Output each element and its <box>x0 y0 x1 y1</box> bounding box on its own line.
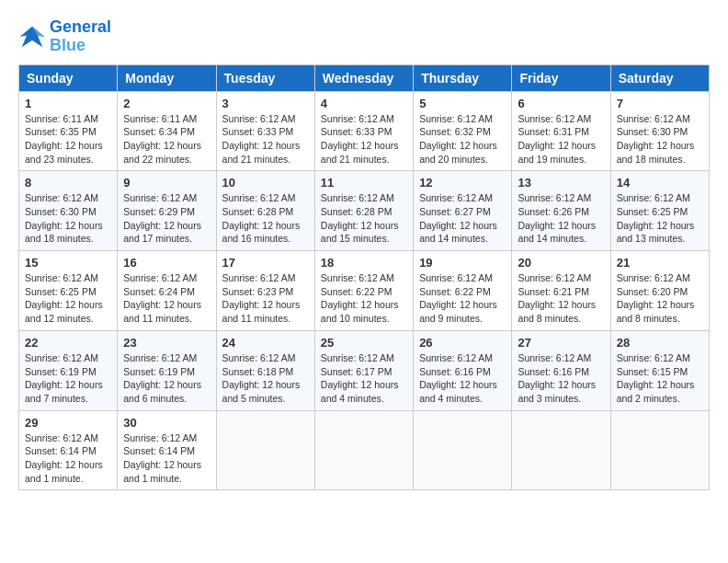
day-number: 2 <box>123 97 210 110</box>
calendar-cell: 4 Sunrise: 6:12 AM Sunset: 6:33 PM Dayli… <box>314 91 413 171</box>
sunrise-label: Sunrise: 6:12 AM <box>617 352 690 363</box>
day-info: Sunrise: 6:12 AM Sunset: 6:23 PM Dayligh… <box>222 271 309 326</box>
day-header-friday: Friday <box>512 64 610 91</box>
day-header-thursday: Thursday <box>414 64 512 91</box>
daylight-label: Daylight: 12 hours and 14 minutes. <box>518 220 596 245</box>
daylight-label: Daylight: 12 hours and 17 minutes. <box>123 220 201 245</box>
day-number: 25 <box>321 336 407 350</box>
sunrise-label: Sunrise: 6:12 AM <box>518 113 591 124</box>
daylight-label: Daylight: 12 hours and 10 minutes. <box>321 299 399 324</box>
day-number: 23 <box>123 336 210 350</box>
sunset-label: Sunset: 6:14 PM <box>123 445 195 456</box>
calendar-cell: 20 Sunrise: 6:12 AM Sunset: 6:21 PM Dayl… <box>512 251 610 331</box>
sunrise-label: Sunrise: 6:12 AM <box>419 192 493 203</box>
calendar-cell: 28 Sunrise: 6:12 AM Sunset: 6:15 PM Dayl… <box>610 330 709 410</box>
day-number: 16 <box>123 256 210 270</box>
sunset-label: Sunset: 6:14 PM <box>25 445 97 456</box>
calendar-table: SundayMondayTuesdayWednesdayThursdayFrid… <box>18 64 710 491</box>
daylight-label: Daylight: 12 hours and 18 minutes. <box>25 220 103 245</box>
day-info: Sunrise: 6:12 AM Sunset: 6:19 PM Dayligh… <box>25 351 111 406</box>
day-header-monday: Monday <box>118 64 216 91</box>
daylight-label: Daylight: 12 hours and 14 minutes. <box>419 220 497 245</box>
calendar-cell: 17 Sunrise: 6:12 AM Sunset: 6:23 PM Dayl… <box>216 251 314 331</box>
calendar-cell: 15 Sunrise: 6:12 AM Sunset: 6:25 PM Dayl… <box>19 251 118 331</box>
day-info: Sunrise: 6:11 AM Sunset: 6:35 PM Dayligh… <box>25 112 111 167</box>
day-number: 1 <box>25 97 111 110</box>
day-info: Sunrise: 6:12 AM Sunset: 6:14 PM Dayligh… <box>25 431 111 486</box>
day-number: 24 <box>222 336 309 350</box>
sunrise-label: Sunrise: 6:12 AM <box>617 113 690 124</box>
day-number: 12 <box>419 176 506 190</box>
calendar-cell: 3 Sunrise: 6:12 AM Sunset: 6:33 PM Dayli… <box>216 91 314 171</box>
sunset-label: Sunset: 6:24 PM <box>123 286 195 297</box>
calendar-week-4: 22 Sunrise: 6:12 AM Sunset: 6:19 PM Dayl… <box>19 330 710 410</box>
calendar-cell: 7 Sunrise: 6:12 AM Sunset: 6:30 PM Dayli… <box>610 91 709 171</box>
daylight-label: Daylight: 12 hours and 21 minutes. <box>321 140 399 165</box>
sunrise-label: Sunrise: 6:11 AM <box>123 113 197 124</box>
calendar-cell: 23 Sunrise: 6:12 AM Sunset: 6:19 PM Dayl… <box>118 330 216 410</box>
day-info: Sunrise: 6:12 AM Sunset: 6:15 PM Dayligh… <box>617 351 703 406</box>
sunset-label: Sunset: 6:19 PM <box>25 366 97 377</box>
day-number: 10 <box>222 176 309 190</box>
day-info: Sunrise: 6:11 AM Sunset: 6:34 PM Dayligh… <box>123 112 210 167</box>
calendar-cell: 26 Sunrise: 6:12 AM Sunset: 6:16 PM Dayl… <box>414 330 512 410</box>
daylight-label: Daylight: 12 hours and 13 minutes. <box>617 220 695 245</box>
daylight-label: Daylight: 12 hours and 15 minutes. <box>321 220 399 245</box>
daylight-label: Daylight: 12 hours and 20 minutes. <box>419 140 497 165</box>
sunset-label: Sunset: 6:29 PM <box>123 206 195 217</box>
day-info: Sunrise: 6:12 AM Sunset: 6:29 PM Dayligh… <box>123 191 210 246</box>
calendar-cell: 2 Sunrise: 6:11 AM Sunset: 6:34 PM Dayli… <box>118 91 216 171</box>
sunset-label: Sunset: 6:33 PM <box>222 126 294 137</box>
day-number: 9 <box>123 176 210 190</box>
day-number: 5 <box>419 97 506 110</box>
day-info: Sunrise: 6:12 AM Sunset: 6:18 PM Dayligh… <box>222 351 309 406</box>
day-header-sunday: Sunday <box>19 64 118 91</box>
daylight-label: Daylight: 12 hours and 18 minutes. <box>617 140 695 165</box>
day-info: Sunrise: 6:12 AM Sunset: 6:22 PM Dayligh… <box>321 271 407 326</box>
calendar-cell: 12 Sunrise: 6:12 AM Sunset: 6:27 PM Dayl… <box>414 171 512 251</box>
sunset-label: Sunset: 6:15 PM <box>617 366 688 377</box>
sunset-label: Sunset: 6:34 PM <box>123 126 195 137</box>
day-number: 29 <box>25 416 111 430</box>
calendar-cell: 10 Sunrise: 6:12 AM Sunset: 6:28 PM Dayl… <box>216 171 314 251</box>
day-info: Sunrise: 6:12 AM Sunset: 6:19 PM Dayligh… <box>123 351 210 406</box>
daylight-label: Daylight: 12 hours and 3 minutes. <box>518 379 596 404</box>
calendar-week-3: 15 Sunrise: 6:12 AM Sunset: 6:25 PM Dayl… <box>19 251 710 331</box>
sunset-label: Sunset: 6:33 PM <box>321 126 392 137</box>
svg-marker-0 <box>20 27 45 48</box>
sunset-label: Sunset: 6:18 PM <box>222 366 294 377</box>
calendar-cell <box>610 410 709 490</box>
sunrise-label: Sunrise: 6:12 AM <box>25 352 98 363</box>
day-number: 17 <box>222 256 309 270</box>
sunset-label: Sunset: 6:32 PM <box>419 126 491 137</box>
calendar-cell: 11 Sunrise: 6:12 AM Sunset: 6:28 PM Dayl… <box>314 171 413 251</box>
day-number: 11 <box>321 176 407 190</box>
calendar-cell: 18 Sunrise: 6:12 AM Sunset: 6:22 PM Dayl… <box>314 251 413 331</box>
sunset-label: Sunset: 6:16 PM <box>518 366 589 377</box>
calendar-cell: 24 Sunrise: 6:12 AM Sunset: 6:18 PM Dayl… <box>216 330 314 410</box>
sunset-label: Sunset: 6:25 PM <box>617 206 688 217</box>
calendar-cell: 25 Sunrise: 6:12 AM Sunset: 6:17 PM Dayl… <box>314 330 413 410</box>
day-info: Sunrise: 6:12 AM Sunset: 6:16 PM Dayligh… <box>419 351 506 406</box>
day-number: 28 <box>617 336 703 350</box>
day-info: Sunrise: 6:12 AM Sunset: 6:14 PM Dayligh… <box>123 431 210 486</box>
daylight-label: Daylight: 12 hours and 2 minutes. <box>617 379 695 404</box>
day-info: Sunrise: 6:12 AM Sunset: 6:26 PM Dayligh… <box>518 191 604 246</box>
daylight-label: Daylight: 12 hours and 12 minutes. <box>25 299 103 324</box>
calendar-cell: 29 Sunrise: 6:12 AM Sunset: 6:14 PM Dayl… <box>19 410 118 490</box>
day-info: Sunrise: 6:12 AM Sunset: 6:16 PM Dayligh… <box>518 351 604 406</box>
sunset-label: Sunset: 6:17 PM <box>321 366 392 377</box>
sunset-label: Sunset: 6:30 PM <box>25 206 97 217</box>
calendar-cell: 9 Sunrise: 6:12 AM Sunset: 6:29 PM Dayli… <box>118 171 216 251</box>
calendar-cell: 14 Sunrise: 6:12 AM Sunset: 6:25 PM Dayl… <box>610 171 709 251</box>
sunrise-label: Sunrise: 6:12 AM <box>222 192 296 203</box>
calendar-cell: 1 Sunrise: 6:11 AM Sunset: 6:35 PM Dayli… <box>19 91 118 171</box>
daylight-label: Daylight: 12 hours and 1 minute. <box>25 459 103 484</box>
day-number: 18 <box>321 256 407 270</box>
day-number: 13 <box>518 176 604 190</box>
calendar-cell: 21 Sunrise: 6:12 AM Sunset: 6:20 PM Dayl… <box>610 251 709 331</box>
sunrise-label: Sunrise: 6:12 AM <box>518 272 591 283</box>
sunrise-label: Sunrise: 6:12 AM <box>222 272 296 283</box>
daylight-label: Daylight: 12 hours and 1 minute. <box>123 459 201 484</box>
sunrise-label: Sunrise: 6:12 AM <box>222 113 296 124</box>
